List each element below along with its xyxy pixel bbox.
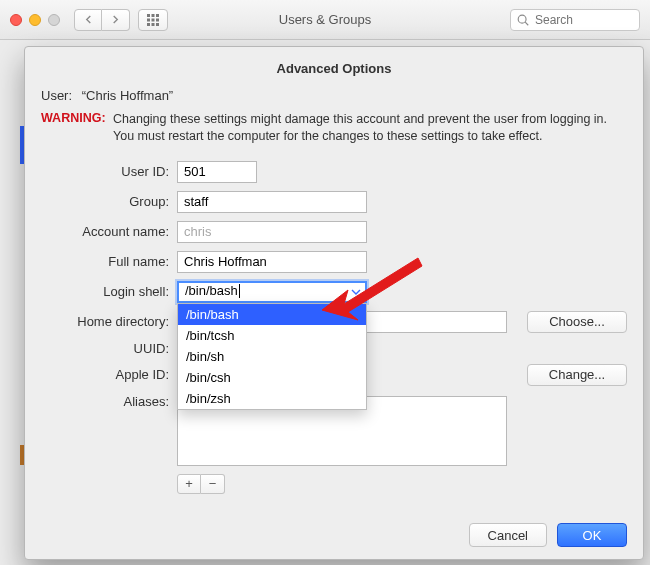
account-name-label: Account name: bbox=[51, 224, 169, 239]
shell-option[interactable]: /bin/zsh bbox=[178, 388, 366, 409]
user-label: User: bbox=[41, 88, 72, 103]
shell-option[interactable]: /bin/csh bbox=[178, 367, 366, 388]
change-button[interactable]: Change... bbox=[527, 364, 627, 386]
add-alias-button[interactable]: + bbox=[177, 474, 201, 494]
warning-label: WARNING: bbox=[41, 111, 113, 145]
remove-alias-button[interactable]: − bbox=[201, 474, 225, 494]
shell-option[interactable]: /bin/sh bbox=[178, 346, 366, 367]
shell-option[interactable]: /bin/bash bbox=[178, 304, 366, 325]
text-caret bbox=[239, 284, 240, 298]
advanced-options-sheet: Advanced Options User: “Chris Hoffman” W… bbox=[24, 46, 644, 560]
account-name-input bbox=[177, 221, 367, 243]
choose-button[interactable]: Choose... bbox=[527, 311, 627, 333]
group-label: Group: bbox=[51, 194, 169, 209]
full-name-input[interactable] bbox=[177, 251, 367, 273]
login-shell-input[interactable]: /bin/bash bbox=[177, 281, 367, 303]
search-field-wrap bbox=[510, 9, 640, 31]
login-shell-label: Login shell: bbox=[51, 284, 169, 299]
sheet-footer: Cancel OK bbox=[469, 523, 627, 547]
cancel-button[interactable]: Cancel bbox=[469, 523, 547, 547]
login-shell-combo[interactable]: /bin/bash /bin/bash /bin/tcsh /bin/sh /b… bbox=[177, 281, 367, 303]
warning-text: Changing these settings might damage thi… bbox=[113, 111, 627, 145]
user-id-input[interactable] bbox=[177, 161, 257, 183]
sheet-title: Advanced Options bbox=[41, 61, 627, 76]
warning-line: WARNING: Changing these settings might d… bbox=[41, 111, 627, 145]
group-input[interactable] bbox=[177, 191, 367, 213]
form-rows: User ID: Group: Account name: Full name:… bbox=[51, 161, 627, 494]
login-shell-value: /bin/bash bbox=[185, 283, 238, 298]
shell-option[interactable]: /bin/tcsh bbox=[178, 325, 366, 346]
aliases-label: Aliases: bbox=[51, 394, 169, 409]
chevron-down-icon bbox=[351, 287, 361, 297]
apple-id-label: Apple ID: bbox=[51, 367, 169, 382]
login-shell-dropdown: /bin/bash /bin/tcsh /bin/sh /bin/csh /bi… bbox=[177, 303, 367, 410]
svg-line-10 bbox=[525, 22, 528, 25]
search-icon bbox=[516, 13, 530, 27]
svg-point-9 bbox=[518, 15, 526, 23]
home-dir-label: Home directory: bbox=[51, 314, 169, 329]
ok-button[interactable]: OK bbox=[557, 523, 627, 547]
user-line: User: “Chris Hoffman” bbox=[41, 88, 627, 103]
window-titlebar: Users & Groups bbox=[0, 0, 650, 40]
uuid-label: UUID: bbox=[51, 341, 169, 356]
user-id-label: User ID: bbox=[51, 164, 169, 179]
aliases-plusminus: + − bbox=[177, 474, 627, 494]
full-name-label: Full name: bbox=[51, 254, 169, 269]
user-name: “Chris Hoffman” bbox=[82, 88, 174, 103]
login-shell-dropdown-button[interactable] bbox=[346, 282, 366, 302]
